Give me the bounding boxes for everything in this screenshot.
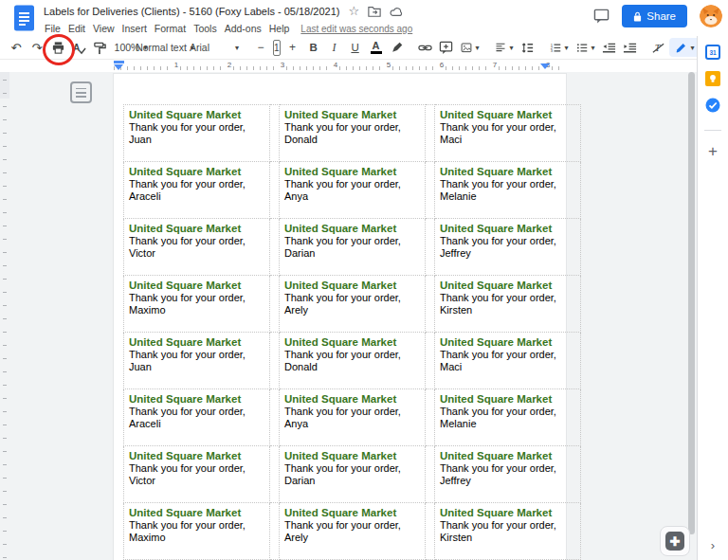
label-cell[interactable]: United Square MarketThank you for your o… bbox=[124, 162, 270, 219]
vertical-scrollbar[interactable] bbox=[688, 72, 695, 534]
label-cell[interactable]: United Square MarketThank you for your o… bbox=[124, 446, 270, 503]
label-cell[interactable]: United Square MarketThank you for your o… bbox=[280, 503, 426, 560]
font-size-input[interactable]: 1 bbox=[273, 40, 281, 56]
label-recipient-name: Melanie bbox=[440, 418, 578, 430]
right-indent-marker[interactable] bbox=[540, 63, 550, 69]
cloud-status-icon[interactable] bbox=[390, 7, 403, 17]
left-indent-marker[interactable] bbox=[114, 61, 125, 70]
text-color-button[interactable]: A bbox=[367, 38, 386, 57]
label-spacer-cell bbox=[270, 276, 280, 333]
label-recipient-name: Maci bbox=[440, 361, 578, 373]
label-cell[interactable]: United Square MarketThank you for your o… bbox=[435, 389, 581, 446]
share-label: Share bbox=[646, 10, 676, 22]
font-select[interactable]: Arial▾ bbox=[187, 38, 242, 57]
italic-button[interactable]: I bbox=[325, 38, 344, 57]
undo-button[interactable]: ↶ bbox=[7, 38, 26, 57]
label-recipient-name: Darian bbox=[284, 475, 423, 487]
label-company-name: United Square Market bbox=[284, 335, 423, 349]
label-company-name: United Square Market bbox=[440, 449, 578, 462]
label-row: United Square MarketThank you for your o… bbox=[124, 333, 581, 389]
highlight-color-button[interactable] bbox=[388, 38, 407, 57]
label-cell[interactable]: United Square MarketThank you for your o… bbox=[280, 389, 426, 446]
label-spacer-cell bbox=[270, 333, 280, 389]
chevron-down-icon: ▾ bbox=[235, 44, 239, 52]
label-cell[interactable]: United Square MarketThank you for your o… bbox=[124, 333, 270, 389]
label-cell[interactable]: United Square MarketThank you for your o… bbox=[124, 276, 270, 333]
explore-button[interactable]: ✚ bbox=[660, 526, 690, 556]
label-cell[interactable]: United Square MarketThank you for your o… bbox=[280, 276, 426, 333]
menu-view[interactable]: View bbox=[89, 22, 118, 35]
label-thanks-line: Thank you for your order, bbox=[129, 235, 267, 247]
document-page[interactable]: United Square MarketThank you for your o… bbox=[114, 74, 566, 560]
label-cell[interactable]: United Square MarketThank you for your o… bbox=[280, 162, 426, 219]
menu-help[interactable]: Help bbox=[265, 22, 294, 35]
label-cell[interactable]: United Square MarketThank you for your o… bbox=[124, 389, 270, 446]
document-outline-icon[interactable] bbox=[70, 81, 92, 103]
label-cell[interactable]: United Square MarketThank you for your o… bbox=[435, 162, 581, 219]
menu-format[interactable]: Format bbox=[151, 22, 190, 35]
line-spacing-button[interactable] bbox=[519, 38, 537, 57]
label-thanks-line: Thank you for your order, bbox=[129, 519, 267, 532]
google-calendar-icon[interactable]: 31 bbox=[705, 45, 720, 60]
add-addon-button[interactable]: + bbox=[708, 144, 718, 159]
menu-edit[interactable]: Edit bbox=[64, 22, 89, 35]
print-button[interactable] bbox=[48, 38, 67, 57]
open-comments-icon[interactable] bbox=[593, 9, 610, 24]
google-keep-icon[interactable] bbox=[705, 71, 720, 86]
label-recipient-name: Melanie bbox=[440, 190, 578, 203]
google-tasks-icon[interactable] bbox=[705, 98, 720, 113]
label-cell[interactable]: United Square MarketThank you for your o… bbox=[435, 276, 581, 333]
label-spacer-cell bbox=[426, 503, 435, 560]
account-avatar[interactable] bbox=[700, 5, 722, 27]
spell-check-button[interactable]: A bbox=[69, 38, 88, 57]
label-cell[interactable]: United Square MarketThank you for your o… bbox=[435, 333, 581, 389]
label-cell[interactable]: United Square MarketThank you for your o… bbox=[280, 105, 426, 162]
insert-image-button[interactable]: ▾ bbox=[458, 38, 482, 57]
label-cell[interactable]: United Square MarketThank you for your o… bbox=[280, 333, 426, 389]
font-size-decrease-button[interactable]: − bbox=[251, 38, 270, 57]
label-cell[interactable]: United Square MarketThank you for your o… bbox=[280, 446, 426, 503]
label-company-name: United Square Market bbox=[284, 108, 423, 121]
label-company-name: United Square Market bbox=[129, 392, 267, 406]
move-folder-icon[interactable] bbox=[368, 6, 381, 17]
menu-file[interactable]: File bbox=[41, 22, 64, 35]
label-cell[interactable]: United Square MarketThank you for your o… bbox=[124, 219, 270, 276]
menu-insert[interactable]: Insert bbox=[118, 22, 151, 35]
label-cell[interactable]: United Square MarketThank you for your o… bbox=[435, 446, 581, 503]
doc-title[interactable]: Labels for Deliveries (Clients) - 5160 (… bbox=[44, 6, 339, 17]
label-cell[interactable]: United Square MarketThank you for your o… bbox=[124, 503, 270, 560]
horizontal-ruler[interactable]: 12345678 bbox=[0, 59, 698, 72]
label-row: United Square MarketThank you for your o… bbox=[124, 105, 581, 162]
label-cell[interactable]: United Square MarketThank you for your o… bbox=[435, 219, 581, 276]
insert-comment-button[interactable] bbox=[437, 38, 456, 57]
label-company-name: United Square Market bbox=[129, 108, 267, 121]
label-cell[interactable]: United Square MarketThank you for your o… bbox=[124, 105, 270, 162]
insert-link-button[interactable] bbox=[416, 38, 435, 57]
share-button[interactable]: Share bbox=[622, 5, 687, 27]
align-button[interactable]: ▾ bbox=[492, 38, 517, 57]
editing-mode-button[interactable]: ▾ bbox=[669, 38, 701, 57]
underline-button[interactable]: U bbox=[346, 38, 365, 57]
ruler-number: 2 bbox=[226, 61, 233, 70]
label-company-name: United Square Market bbox=[129, 506, 267, 519]
last-edit-link[interactable]: Last edit was seconds ago bbox=[300, 24, 412, 34]
paragraph-style-select[interactable]: Normal text▾ bbox=[153, 38, 177, 57]
label-row: United Square MarketThank you for your o… bbox=[124, 446, 581, 503]
label-cell[interactable]: United Square MarketThank you for your o… bbox=[435, 503, 581, 560]
star-icon[interactable]: ☆ bbox=[348, 6, 359, 17]
paint-format-button[interactable] bbox=[90, 38, 109, 57]
google-docs-icon[interactable] bbox=[13, 5, 35, 31]
numbered-list-button[interactable]: 123 ▾ bbox=[547, 38, 572, 57]
increase-indent-button[interactable] bbox=[621, 38, 640, 57]
clear-formatting-button[interactable]: T bbox=[649, 38, 668, 57]
label-cell[interactable]: United Square MarketThank you for your o… bbox=[280, 219, 426, 276]
font-size-increase-button[interactable]: + bbox=[283, 38, 302, 57]
redo-button[interactable]: ↷ bbox=[27, 38, 46, 57]
menu-tools[interactable]: Tools bbox=[190, 22, 221, 35]
decrease-indent-button[interactable] bbox=[600, 38, 619, 57]
bold-button[interactable]: B bbox=[304, 38, 323, 57]
label-cell[interactable]: United Square MarketThank you for your o… bbox=[435, 105, 581, 162]
hide-side-panel-chevron[interactable]: › bbox=[698, 538, 728, 552]
bulleted-list-button[interactable]: ▾ bbox=[573, 38, 598, 57]
menu-addons[interactable]: Add-ons bbox=[221, 22, 265, 35]
